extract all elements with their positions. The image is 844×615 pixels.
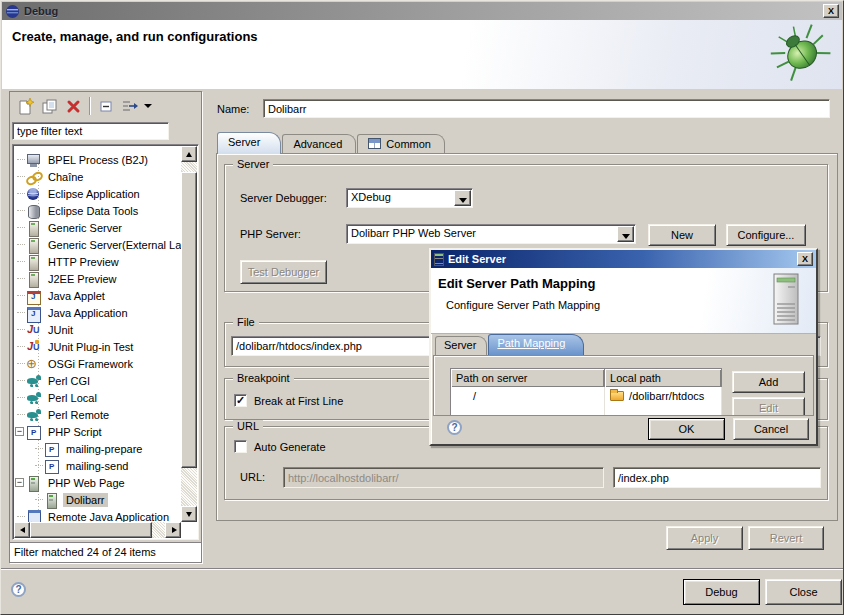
name-label: Name:: [217, 103, 263, 115]
cancel-button[interactable]: Cancel: [733, 418, 809, 440]
debug-button[interactable]: Debug: [683, 579, 760, 605]
revert-button[interactable]: Revert: [748, 526, 824, 550]
collapse-node-icon[interactable]: −: [15, 478, 24, 487]
tree-item-java-application[interactable]: Java Application: [14, 304, 181, 321]
tree-item-label: Generic Server: [45, 221, 125, 235]
tree-item-remote-java-application[interactable]: Remote Java Application: [14, 508, 181, 522]
applet-icon: [26, 289, 41, 303]
delete-icon: [66, 99, 81, 114]
vertical-scroll-thumb[interactable]: [181, 172, 197, 468]
close-button[interactable]: Close: [765, 579, 842, 605]
tree-item-php-script[interactable]: −PHP Script: [14, 423, 181, 440]
column-header-path-on-server[interactable]: Path on server: [451, 369, 605, 387]
edit-server-titlebar: Edit Server X: [431, 250, 816, 268]
tree-item-osgi-framework[interactable]: OSGi Framework: [14, 355, 181, 372]
php-server-combo[interactable]: Dolibarr PHP Web Server: [346, 224, 636, 244]
auto-generate-checkbox[interactable]: [234, 440, 247, 453]
url-path-input[interactable]: [613, 467, 821, 488]
tree-connector: [17, 210, 25, 211]
dialog-tab-path-mapping[interactable]: Path Mapping: [488, 334, 584, 355]
combo-dropdown-icon[interactable]: [617, 226, 634, 242]
collapse-node-icon[interactable]: −: [15, 427, 24, 436]
tree-item-mailing-prepare[interactable]: mailing-prepare: [14, 440, 181, 457]
server-icon: [26, 272, 41, 286]
php-server-value: Dolibarr PHP Web Server: [351, 227, 615, 239]
tree-item-eclipse-application[interactable]: Eclipse Application: [14, 185, 181, 202]
tree-expander[interactable]: −: [14, 427, 26, 436]
server-icon: [434, 253, 444, 266]
scroll-down-button[interactable]: [181, 506, 197, 522]
tree-guide: [14, 193, 26, 194]
name-input[interactable]: [263, 99, 830, 118]
tree-item-label: mailing-send: [63, 459, 131, 473]
ok-button[interactable]: OK: [648, 418, 725, 440]
window-close-button[interactable]: X: [823, 4, 839, 18]
tree-guide: [14, 159, 26, 160]
scroll-left-button[interactable]: [14, 522, 30, 538]
mapping-row[interactable]: //dolibarr/htdocs: [451, 387, 722, 405]
window-titlebar: Debug X: [2, 2, 842, 20]
vertical-scrollbar[interactable]: [181, 146, 197, 522]
tree-item-mailing-send[interactable]: mailing-send: [14, 457, 181, 474]
tree-item-j2ee-preview[interactable]: J2EE Preview: [14, 270, 181, 287]
scroll-right-button[interactable]: [165, 522, 181, 538]
tab-server[interactable]: Server: [217, 132, 281, 154]
edit-server-dialog: Edit Server X Edit Server Path Mapping C…: [429, 248, 818, 446]
tree-item-cha-ne[interactable]: Chaîne: [14, 168, 181, 185]
tree-item-perl-remote[interactable]: Perl Remote: [14, 406, 181, 423]
delete-configuration-button[interactable]: [61, 94, 85, 118]
help-button[interactable]: ?: [11, 582, 26, 597]
dialog-help-button[interactable]: ?: [447, 420, 462, 435]
toolbar-menu-arrow[interactable]: [144, 104, 152, 108]
dialog-tab-server[interactable]: Server: [435, 336, 487, 355]
tree-connector: [17, 414, 25, 415]
new-configuration-button[interactable]: [13, 94, 37, 118]
tree-guide: [14, 414, 26, 415]
column-header-local-path[interactable]: Local path: [605, 369, 722, 387]
break-at-first-line-checkbox[interactable]: [234, 394, 247, 407]
server-debugger-label: Server Debugger:: [240, 192, 327, 204]
tree-item-java-applet[interactable]: Java Applet: [14, 287, 181, 304]
server-debugger-combo[interactable]: XDebug: [346, 188, 473, 208]
combo-dropdown-icon[interactable]: [454, 190, 471, 206]
type-filter-input[interactable]: [12, 122, 169, 140]
tree-item-dolibarr[interactable]: Dolibarr: [14, 491, 181, 508]
duplicate-icon: [41, 98, 58, 115]
scroll-up-button[interactable]: [181, 146, 197, 162]
tree-item-label: Chaîne: [45, 170, 86, 184]
apply-button[interactable]: Apply: [666, 526, 743, 550]
horizontal-scroll-thumb[interactable]: [30, 522, 152, 538]
tree-item-http-preview[interactable]: HTTP Preview: [14, 253, 181, 270]
tree-item-eclipse-data-tools[interactable]: Eclipse Data Tools: [14, 202, 181, 219]
filter-configurations-button[interactable]: [118, 94, 142, 118]
add-mapping-button[interactable]: Add: [732, 371, 805, 393]
duplicate-configuration-button[interactable]: [37, 94, 61, 118]
path-on-server-cell[interactable]: /: [451, 387, 605, 405]
tree-connector: [17, 380, 25, 381]
tree-item-junit-plug-in-test[interactable]: JUnit Plug-in Test: [14, 338, 181, 355]
new-server-button[interactable]: New: [648, 224, 716, 246]
local-path-cell[interactable]: /dolibarr/htdocs: [605, 387, 722, 405]
url-label: URL:: [240, 471, 265, 483]
auto-generate-label: Auto Generate: [254, 441, 326, 453]
horizontal-scrollbar[interactable]: [14, 522, 181, 538]
tree-item-perl-cgi[interactable]: Perl CGI: [14, 372, 181, 389]
edit-mapping-button[interactable]: Edit: [732, 397, 805, 416]
test-debugger-button[interactable]: Test Debugger: [240, 260, 327, 284]
configure-server-button[interactable]: Configure...: [726, 224, 806, 246]
tab-advanced[interactable]: Advanced: [282, 134, 356, 154]
tree-item-perl-local[interactable]: Perl Local: [14, 389, 181, 406]
php-icon: [26, 425, 41, 439]
dialog-close-button[interactable]: X: [797, 252, 813, 266]
tree-expander[interactable]: −: [14, 478, 26, 487]
tree-item-generic-server[interactable]: Generic Server: [14, 219, 181, 236]
collapse-all-button[interactable]: [94, 94, 118, 118]
tree-item-label: HTTP Preview: [45, 255, 122, 269]
dialog-subheading: Configure Server Path Mapping: [446, 299, 600, 311]
tree-item-junit[interactable]: JUnit: [14, 321, 181, 338]
tree-item-bpel-process-b2j[interactable]: BPEL Process (B2J): [14, 151, 181, 168]
tree-item-php-web-page[interactable]: −PHP Web Page: [14, 474, 181, 491]
tree-item-generic-server-external-la[interactable]: Generic Server(External La: [14, 236, 181, 253]
tree-guide: [14, 499, 44, 500]
tab-common[interactable]: Common: [357, 134, 445, 154]
